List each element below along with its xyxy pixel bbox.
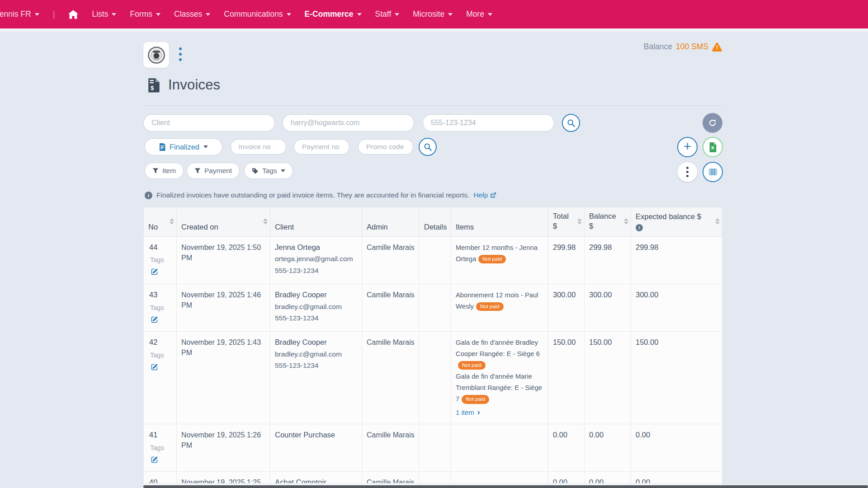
column-label: Admin [367,223,415,231]
cell-created-on: November 19, 2025 1:50 PM [177,236,270,284]
column-header-created-on[interactable]: Created on [177,207,270,237]
nav-item-label: Forms [130,9,152,19]
sort-down-icon [577,222,582,225]
chevron-down-icon [112,13,116,16]
chevron-down-icon [357,13,362,16]
client-name: Counter Purchase [275,430,357,441]
nav-item-label: E-Commerce [305,9,354,19]
nav-item-classes[interactable]: Classes [174,9,210,19]
tags-link[interactable]: Tags [148,255,172,265]
chevron-down-icon [395,13,399,16]
invoice-no-input[interactable] [231,139,286,155]
promo-code-input[interactable] [358,139,413,155]
nav-item-lists[interactable]: Lists [92,9,116,19]
nav-menu: ListsFormsClassesCommunicationsE-Commerc… [92,9,492,19]
table-row: 42TagsNovember 19, 2025 1:43 PMBradley C… [144,331,722,424]
cell-total: 0.00 [548,424,585,471]
edit-icon[interactable] [148,455,172,466]
nav-item-communications[interactable]: Communications [224,9,291,19]
tags-link[interactable]: Tags [148,303,172,313]
sort-up-icon [577,218,582,221]
nav-brand-label: Tennis FR [0,9,31,19]
nav-item-microsite[interactable]: Microsite [413,9,453,19]
sort-arrows-icon[interactable] [577,218,582,225]
client-name: Jenna Ortega [275,242,357,253]
cell-no: 41Tags [144,424,177,471]
sort-arrows-icon[interactable] [715,218,720,225]
sort-arrows-icon[interactable] [170,218,174,225]
cell-balance: 150.00 [585,331,631,424]
not-paid-badge: Not paid [476,302,504,311]
chevron-down-icon [287,13,291,16]
cell-total: 150.00 [548,331,585,424]
tags-link[interactable]: Tags [148,351,172,360]
cell-no: 44Tags [144,236,177,284]
cell-client: Bradley Cooperbradley.c@gmail.com555-123… [270,331,362,424]
nav-item-staff[interactable]: Staff [375,9,400,19]
edit-icon[interactable] [148,315,172,326]
external-link-icon [490,192,496,198]
balance-label: Balance [644,42,672,52]
table-options-kebab-button[interactable] [677,162,698,182]
invoice-item: Gala de fin d'année Bradley Cooper Rangé… [456,337,543,371]
cell-created-on: November 19, 2025 1:43 PM [177,331,270,424]
nav-brand-dropdown[interactable]: Tennis FR [0,9,39,19]
status-filter-dropdown[interactable]: Finalized [145,138,222,155]
refresh-button[interactable] [703,113,722,133]
add-invoice-button[interactable]: + [677,137,698,157]
cell-total: 300.00 [548,284,585,331]
item-filter-button[interactable]: Item [145,163,184,179]
cell-items: Gala de fin d'année Bradley Cooper Rangé… [451,331,548,424]
table-row: 44TagsNovember 19, 2025 1:50 PMJenna Ort… [144,236,722,284]
phone-search-input[interactable] [423,114,554,131]
chevron-down-icon [35,13,39,16]
logo-menu-kebab-icon[interactable] [176,47,184,62]
column-settings-button[interactable] [703,162,723,182]
export-excel-button[interactable] [703,137,723,157]
table-body: 44TagsNovember 19, 2025 1:50 PMJenna Ort… [144,236,722,488]
column-label: Created on [181,223,265,231]
chevron-down-icon [488,13,492,16]
column-header-items: Items [451,207,548,237]
column-header-no[interactable]: No [144,207,177,237]
column-label: No [148,223,172,231]
item-text: Gala de fin d'année Bradley Cooper Rangé… [456,339,540,357]
payment-no-input[interactable] [294,139,349,155]
payment-filter-button[interactable]: Payment [187,163,240,179]
nav-item-e-commerce[interactable]: E-Commerce [305,9,362,19]
warning-icon[interactable]: ! [712,42,722,52]
edit-icon[interactable] [148,363,172,373]
cell-balance: 300.00 [585,284,631,331]
cell-created-on: November 19, 2025 1:26 PM [177,424,270,471]
column-header-balance[interactable]: Balance $ [585,207,631,237]
help-link[interactable]: Help [473,191,496,199]
column-label: Total $ [553,211,580,231]
column-header-total[interactable]: Total $ [548,207,585,237]
status-filter-label: Finalized [170,143,199,151]
tags-filter-dropdown[interactable]: Tags [244,163,293,179]
horizontal-scrollbar[interactable] [143,485,868,488]
email-search-input[interactable] [283,114,414,131]
search-icon [567,119,576,127]
more-items-link[interactable]: 1 item› [456,407,480,418]
info-icon[interactable]: i [636,224,643,231]
sort-arrows-icon[interactable] [624,218,628,225]
info-banner: i Finalized invoices have outstanding or… [145,191,496,199]
column-label: Balance $ [589,211,626,231]
invoice-number: 41 [148,430,172,441]
nav-item-forms[interactable]: Forms [130,9,160,19]
invoice-item: Gala de fin d'année Marie Tremblant Rang… [456,371,543,405]
client-search-input[interactable] [143,114,275,131]
tags-link[interactable]: Tags [148,443,172,453]
club-emblem-icon [147,46,165,64]
nav-item-more[interactable]: More [466,9,492,19]
cell-admin: Camille Marais [362,331,420,424]
home-icon[interactable] [68,10,78,19]
invoice-search-button[interactable] [419,138,437,156]
cell-no: 43Tags [144,284,177,331]
edit-icon[interactable] [148,267,172,278]
column-header-expected-balance[interactable]: Expected balance $i [631,207,722,237]
client-search-button[interactable] [562,114,580,132]
sort-arrows-icon[interactable] [263,218,268,225]
club-logo[interactable] [143,42,169,68]
